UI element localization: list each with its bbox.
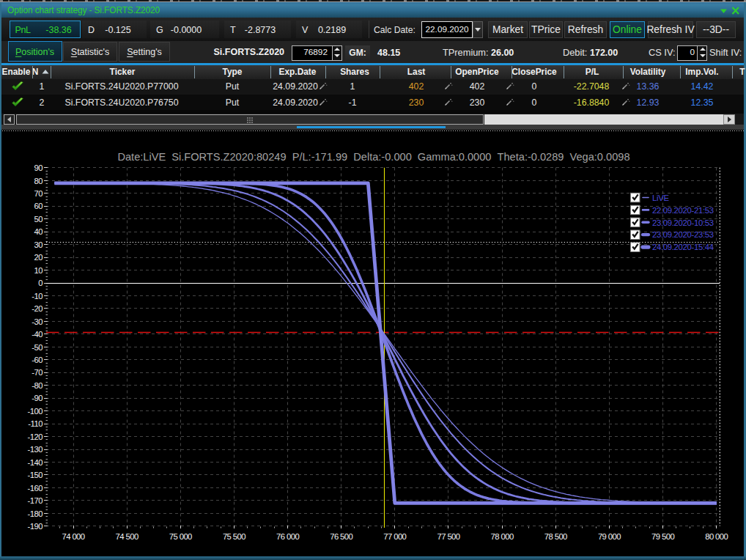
svg-text:75 000: 75 000 [169, 532, 192, 541]
svg-text:90: 90 [34, 163, 43, 172]
svg-text:-190: -190 [27, 522, 43, 531]
svg-text:-50: -50 [32, 343, 43, 352]
svg-text:-10: -10 [32, 292, 43, 301]
svg-text:23.09.2020-23:53: 23.09.2020-23:53 [652, 230, 714, 239]
svg-text:22.09.2020-21:53: 22.09.2020-21:53 [652, 206, 714, 215]
svg-text:70: 70 [34, 189, 43, 198]
svg-text:-100: -100 [27, 407, 43, 416]
svg-text:-150: -150 [27, 471, 43, 479]
svg-text:LiVE: LiVE [652, 194, 669, 202]
svg-text:30: 30 [34, 240, 43, 249]
svg-text:50: 50 [34, 215, 43, 224]
svg-text:74 500: 74 500 [116, 532, 139, 541]
svg-text:40: 40 [34, 227, 43, 236]
svg-text:-40: -40 [32, 330, 43, 339]
svg-text:-160: -160 [27, 484, 43, 493]
svg-text:78 000: 78 000 [491, 532, 514, 541]
svg-text:24.09.2020-15:44: 24.09.2020-15:44 [652, 243, 714, 251]
svg-text:-140: -140 [27, 458, 43, 467]
svg-text:75 500: 75 500 [223, 532, 245, 541]
svg-text:80 000: 80 000 [705, 532, 728, 541]
svg-text:-130: -130 [27, 445, 43, 454]
svg-text:79 500: 79 500 [651, 532, 674, 541]
svg-text:78 500: 78 500 [544, 532, 567, 541]
svg-text:-180: -180 [27, 509, 43, 518]
svg-text:-120: -120 [27, 432, 43, 441]
svg-text:10: 10 [34, 266, 43, 275]
svg-text:80: 80 [34, 177, 43, 185]
svg-text:60: 60 [34, 202, 43, 210]
svg-text:79 000: 79 000 [598, 532, 621, 541]
svg-text:-20: -20 [32, 304, 43, 313]
svg-text:-60: -60 [32, 355, 43, 364]
svg-text:Date:LiVE Si.FORTS.Z2020:8024: Date:LiVE Si.FORTS.Z2020:80249 P/L:-171.… [117, 151, 629, 163]
svg-text:-30: -30 [32, 317, 43, 326]
svg-text:-170: -170 [27, 496, 43, 505]
svg-text:0: 0 [38, 279, 43, 287]
svg-text:76 000: 76 000 [276, 532, 299, 541]
svg-text:23.09.2020-10:53: 23.09.2020-10:53 [652, 218, 714, 227]
svg-text:20: 20 [34, 253, 43, 262]
svg-text:76 500: 76 500 [330, 532, 352, 541]
svg-text:-70: -70 [32, 368, 43, 377]
svg-text:-90: -90 [32, 394, 43, 402]
svg-text:-110: -110 [28, 419, 43, 428]
svg-text:77 000: 77 000 [383, 532, 406, 541]
svg-text:77 500: 77 500 [437, 532, 460, 541]
svg-text:74 000: 74 000 [62, 532, 85, 541]
svg-text:-80: -80 [32, 381, 43, 390]
